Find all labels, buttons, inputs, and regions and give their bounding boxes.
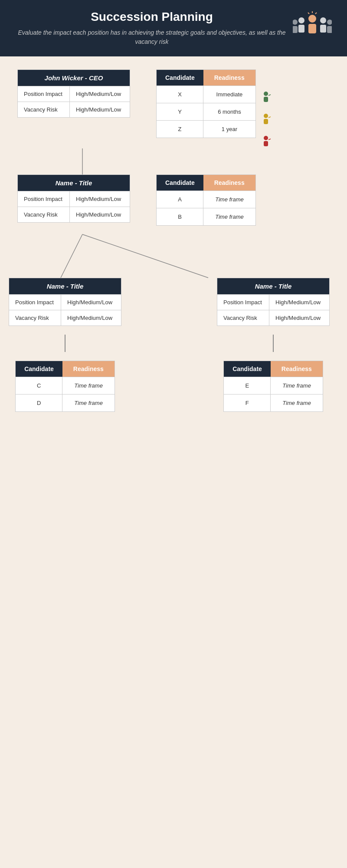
bottom-right-position-card: Name - Title Position Impact High/Medium…	[217, 278, 330, 326]
readiness-a: Time frame	[203, 191, 255, 208]
col-header-readiness: Readiness	[203, 70, 255, 86]
readiness-icons	[261, 91, 271, 150]
ceo-position-card: John Wicker - CEO Position Impact High/M…	[17, 69, 130, 118]
ceo-card-title: John Wicker - CEO	[18, 70, 130, 86]
bottom-right-section: Name - Title Position Impact High/Medium…	[217, 278, 330, 412]
mid-position-impact-row: Position Impact High/Medium/Low	[18, 191, 130, 207]
candidate-c: C	[16, 377, 62, 395]
bottom-left-connector	[65, 335, 65, 352]
mid-col-candidate: Candidate	[157, 175, 203, 191]
svg-point-19	[264, 136, 268, 140]
bottom-left-col-candidate: Candidate	[16, 361, 62, 377]
bottom-left-section: Name - Title Position Impact High/Medium…	[9, 278, 121, 412]
readiness-immediate: Immediate	[203, 86, 255, 103]
svg-rect-20	[264, 141, 268, 146]
green-person-icon	[261, 91, 271, 105]
position-impact-value: High/Medium/Low	[70, 86, 127, 102]
bottom-right-card-title: Name - Title	[217, 278, 329, 294]
readiness-c: Time frame	[62, 377, 115, 395]
main-content: John Wicker - CEO Position Impact High/M…	[0, 56, 347, 438]
svg-line-24	[82, 234, 208, 278]
readiness-f: Time frame	[271, 395, 323, 412]
yellow-person-icon	[261, 113, 271, 128]
mid-row: Name - Title Position Impact High/Medium…	[17, 174, 338, 226]
svg-rect-9	[327, 26, 332, 33]
bottom-right-col-candidate: Candidate	[224, 361, 271, 377]
header-text: Succession Planning Evaluate the impact …	[13, 10, 291, 46]
ceo-to-mid-connector	[17, 148, 338, 174]
svg-line-23	[61, 234, 82, 278]
candidate-a: A	[157, 191, 203, 208]
bottom-right-position-impact-row: Position Impact High/Medium/Low	[217, 294, 329, 310]
bottom-left-position-impact-row: Position Impact High/Medium/Low	[9, 294, 121, 310]
svg-point-8	[327, 20, 332, 25]
ceo-candidates-wrapper: Candidate Readiness X Immediate Y	[156, 69, 256, 140]
ceo-vacancy-risk-row: Vacancy Risk High/Medium/Low	[18, 102, 130, 117]
readiness-6months: 6 months	[203, 103, 255, 121]
connector-svg-2	[17, 234, 321, 278]
candidate-e: E	[224, 377, 271, 395]
col-header-candidate: Candidate	[157, 70, 203, 86]
mid-card-title: Name - Title	[18, 175, 130, 191]
mid-vacancy-risk-value: High/Medium/Low	[70, 207, 127, 222]
svg-line-11	[308, 13, 309, 14]
readiness-1year: 1 year	[203, 121, 255, 138]
mid-position-card: Name - Title Position Impact High/Medium…	[17, 174, 130, 223]
table-row: B Time frame	[157, 208, 255, 226]
bottom-left-position-impact-label: Position Impact	[9, 295, 61, 310]
svg-line-15	[268, 95, 271, 95]
table-row: F Time frame	[224, 395, 323, 412]
connector-svg-1	[17, 148, 278, 174]
svg-rect-5	[320, 25, 326, 33]
bottom-right-position-impact-label: Position Impact	[217, 295, 269, 310]
svg-point-13	[264, 92, 268, 96]
svg-point-16	[264, 114, 268, 118]
position-impact-label: Position Impact	[18, 86, 70, 102]
candidate-y: Y	[157, 103, 203, 121]
header-icon	[291, 11, 334, 46]
bottom-right-connector	[273, 335, 274, 352]
mid-vacancy-risk-label: Vacancy Risk	[18, 207, 70, 222]
readiness-e: Time frame	[271, 377, 323, 395]
candidate-z: Z	[157, 121, 203, 138]
svg-rect-3	[298, 25, 304, 33]
bottom-right-vacancy-risk-label: Vacancy Risk	[217, 310, 269, 326]
bottom-left-vacancy-risk-value: High/Medium/Low	[61, 310, 118, 326]
svg-line-21	[268, 139, 271, 140]
header: Succession Planning Evaluate the impact …	[0, 0, 347, 56]
ceo-row: John Wicker - CEO Position Impact High/M…	[17, 69, 338, 140]
readiness-d: Time frame	[62, 395, 115, 412]
table-row: E Time frame	[224, 377, 323, 395]
mid-position-impact-value: High/Medium/Low	[70, 191, 127, 207]
bottom-right-col-readiness: Readiness	[271, 361, 323, 377]
bottom-left-card-title: Name - Title	[9, 278, 121, 294]
bottom-left-col-readiness: Readiness	[62, 361, 115, 377]
candidate-x: X	[157, 86, 203, 103]
bottom-right-vacancy-risk-value: High/Medium/Low	[269, 310, 327, 326]
readiness-b: Time frame	[203, 208, 255, 226]
ceo-position-impact-row: Position Impact High/Medium/Low	[18, 86, 130, 102]
table-row: C Time frame	[16, 377, 115, 395]
svg-point-6	[293, 20, 298, 25]
mid-candidates-table: Candidate Readiness A Time frame B Time …	[156, 174, 256, 226]
table-row: Z 1 year	[157, 121, 255, 138]
vacancy-risk-label: Vacancy Risk	[18, 102, 70, 117]
svg-point-0	[308, 15, 316, 23]
bottom-right-vacancy-risk-row: Vacancy Risk High/Medium/Low	[217, 310, 329, 326]
ceo-level: John Wicker - CEO Position Impact High/M…	[9, 69, 338, 140]
mid-position-impact-label: Position Impact	[18, 191, 70, 207]
bottom-right-position-impact-value: High/Medium/Low	[269, 295, 327, 310]
svg-rect-1	[308, 24, 316, 33]
table-row: X Immediate	[157, 86, 255, 103]
svg-point-2	[298, 17, 304, 23]
table-row: D Time frame	[16, 395, 115, 412]
svg-rect-17	[264, 119, 268, 124]
svg-line-18	[268, 117, 271, 118]
bottom-left-candidates-table: Candidate Readiness C Time frame D Time …	[15, 361, 115, 412]
red-person-icon	[261, 135, 271, 150]
mid-vacancy-risk-row: Vacancy Risk High/Medium/Low	[18, 207, 130, 222]
bottom-left-vacancy-risk-row: Vacancy Risk High/Medium/Low	[9, 310, 121, 326]
bottom-right-candidates-table: Candidate Readiness E Time frame F Time …	[223, 361, 323, 412]
svg-line-12	[315, 13, 317, 14]
candidate-f: F	[224, 395, 271, 412]
